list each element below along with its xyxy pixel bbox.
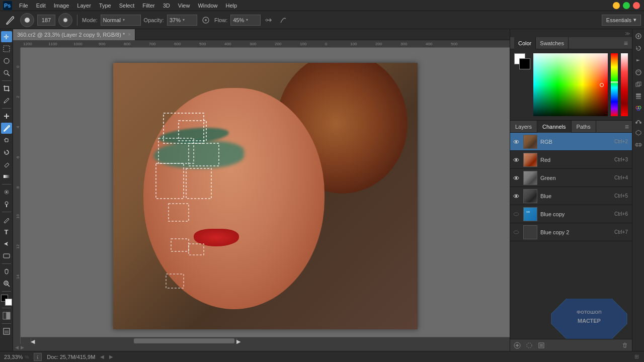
save-channel-btn[interactable] xyxy=(536,340,546,350)
clone-btn[interactable] xyxy=(1,135,12,146)
tab-close-btn[interactable]: × xyxy=(128,32,131,37)
value-slider[interactable] xyxy=(621,53,628,116)
opacity-dropdown[interactable]: 37% ▾ xyxy=(167,15,197,26)
brush-tool-icon[interactable] xyxy=(3,13,17,27)
swatches-tab[interactable]: Swatches xyxy=(536,37,569,49)
blue-channel-row[interactable]: Blue Ctrl+5 xyxy=(510,187,632,205)
brush-size-icon[interactable] xyxy=(20,13,34,27)
layers-mini-btn[interactable] xyxy=(633,92,643,102)
move-tool-btn[interactable]: ✛ xyxy=(1,31,12,42)
status-prev[interactable]: ◀ xyxy=(100,354,104,359)
panel-collapse-btn[interactable]: ≫ xyxy=(625,31,630,36)
red-eye-btn[interactable] xyxy=(512,156,520,164)
quick-mask-btn[interactable] xyxy=(1,310,12,321)
scroll-left-btn[interactable]: ◀ xyxy=(15,345,19,350)
scroll-right-btn[interactable]: ▶ xyxy=(21,345,24,350)
color-panel-menu[interactable]: ≡ xyxy=(624,39,628,47)
clone-source-btn[interactable] xyxy=(633,79,643,89)
text-btn[interactable]: T xyxy=(1,226,12,237)
zoom-btn[interactable] xyxy=(1,278,12,289)
menu-edit[interactable]: Edit xyxy=(32,0,50,11)
actions-panel-btn[interactable] xyxy=(633,55,643,65)
mode-dropdown[interactable]: Normal ▾ xyxy=(101,15,141,26)
horizontal-scrollbar[interactable]: ◀ ▶ xyxy=(21,337,510,344)
airbrush-toggle[interactable] xyxy=(264,15,275,26)
menu-help[interactable]: Help xyxy=(222,0,242,11)
blur-btn[interactable] xyxy=(1,187,12,198)
rgb-eye-btn[interactable] xyxy=(512,138,520,146)
close-button[interactable] xyxy=(633,2,640,9)
shape-btn[interactable] xyxy=(1,250,12,261)
always-use-pressure-flow[interactable] xyxy=(278,15,289,26)
history-btn[interactable] xyxy=(1,147,12,158)
color-spectrum[interactable] xyxy=(533,53,608,116)
marquee-tool-btn[interactable] xyxy=(1,43,12,54)
quick-select-btn[interactable] xyxy=(1,67,12,78)
gradient-btn[interactable] xyxy=(1,171,12,182)
red-channel-row[interactable]: Red Ctrl+3 xyxy=(510,151,632,169)
layers-tab[interactable]: Layers xyxy=(510,121,537,133)
essentials-button[interactable]: Essentials ▾ xyxy=(602,15,641,26)
load-channel-btn[interactable] xyxy=(524,340,534,350)
toggle-extras-btn[interactable]: ⊞ xyxy=(633,353,640,360)
info-btn[interactable] xyxy=(34,353,42,361)
layers-panel-menu[interactable]: ≡ xyxy=(625,123,632,131)
green-eye-btn[interactable] xyxy=(512,174,520,182)
scrollbar-thumb[interactable] xyxy=(134,338,234,343)
new-channel-btn[interactable] xyxy=(512,340,522,350)
adjustment-panel-btn[interactable] xyxy=(633,67,643,77)
blue-copy-eye-btn[interactable] xyxy=(512,210,520,218)
screen-mode-btn[interactable] xyxy=(1,326,12,337)
dodge-btn[interactable] xyxy=(1,199,12,210)
blue-eye-btn[interactable] xyxy=(512,192,520,200)
lasso-tool-btn[interactable] xyxy=(1,55,12,66)
menu-filter[interactable]: Filter xyxy=(138,0,158,11)
blue-copy-channel-row[interactable]: WM Blue copy Ctrl+6 xyxy=(510,205,632,223)
color-swatches[interactable] xyxy=(1,295,12,306)
timeline-btn[interactable] xyxy=(633,140,643,150)
color-tab[interactable]: Color xyxy=(514,37,536,49)
smart-objects-btn[interactable] xyxy=(633,128,643,138)
path-select-btn[interactable] xyxy=(1,238,12,249)
brush-btn[interactable] xyxy=(1,123,12,134)
eyedropper-btn[interactable] xyxy=(1,95,12,106)
color-panel-btn[interactable] xyxy=(633,31,643,41)
paths-mini-btn[interactable] xyxy=(633,116,643,126)
background-color[interactable] xyxy=(5,299,12,306)
menu-select[interactable]: Select xyxy=(115,0,139,11)
hue-slider[interactable] xyxy=(611,53,618,116)
channels-tab[interactable]: Channels xyxy=(537,121,571,133)
menu-layer[interactable]: Layer xyxy=(73,0,95,11)
crop-tool-btn[interactable] xyxy=(1,83,12,94)
heal-btn[interactable] xyxy=(1,111,12,122)
green-channel-row[interactable]: Green Ctrl+4 xyxy=(510,169,632,187)
canvas-viewport[interactable]: ◀ ▶ xyxy=(21,48,510,344)
brush-size-input[interactable]: 187 xyxy=(37,15,55,26)
scrollbar-left-arrow[interactable]: ◀ xyxy=(31,338,31,343)
rgb-channel-row[interactable]: RGB Ctrl+2 xyxy=(510,133,632,151)
scrollbar-right-arrow[interactable]: ▶ xyxy=(236,338,237,343)
paths-tab[interactable]: Paths xyxy=(572,121,596,133)
menu-3d[interactable]: 3D xyxy=(159,0,174,11)
menu-file[interactable]: File xyxy=(15,0,32,11)
status-next[interactable]: ▶ xyxy=(109,354,113,359)
document-tab[interactable]: 360.cr2 @ 23,3% (Layer 2 copy 9, RGB/8) … xyxy=(13,29,135,40)
maximize-button[interactable] xyxy=(623,2,630,9)
channels-mini-btn[interactable] xyxy=(633,104,643,114)
menu-window[interactable]: Window xyxy=(194,0,221,11)
blue-copy-2-channel-row[interactable]: Blue copy 2 Ctrl+7 xyxy=(510,223,632,241)
delete-channel-btn[interactable] xyxy=(620,340,630,350)
background-swatch[interactable] xyxy=(519,58,530,69)
eraser-btn[interactable] xyxy=(1,159,12,170)
minimize-button[interactable] xyxy=(613,2,620,9)
menu-type[interactable]: Type xyxy=(95,0,115,11)
blue-copy2-eye-btn[interactable] xyxy=(512,228,520,236)
history-panel-btn[interactable] xyxy=(633,43,643,53)
flow-dropdown[interactable]: 45% ▾ xyxy=(230,15,261,26)
menu-image[interactable]: Image xyxy=(50,0,73,11)
pen-btn[interactable] xyxy=(1,214,12,225)
always-use-pressure-opacity[interactable] xyxy=(200,15,211,26)
menu-view[interactable]: View xyxy=(174,0,194,11)
hand-btn[interactable] xyxy=(1,266,12,277)
hardness-icon[interactable] xyxy=(58,13,72,27)
